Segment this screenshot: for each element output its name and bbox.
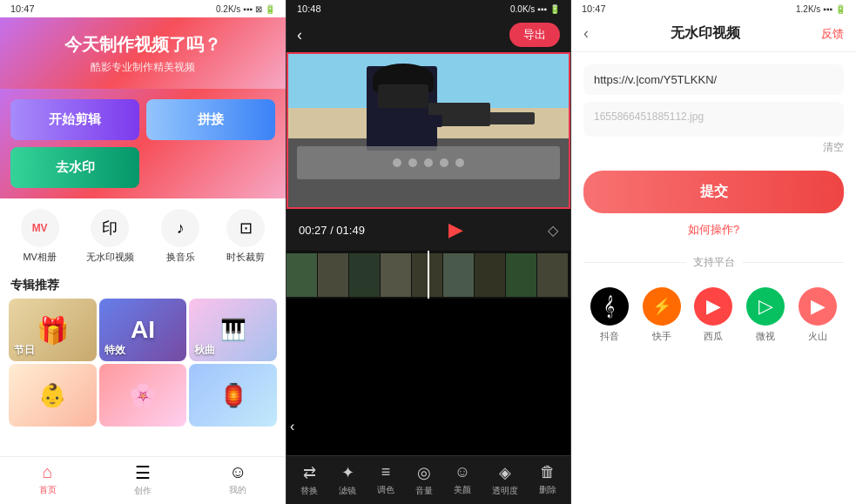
signal-icon-2: ▪▪▪ [537, 4, 547, 14]
toolbar-volume[interactable]: ◎ 音量 [415, 463, 433, 497]
panel-home: 10:47 0.2K/s ▪▪▪ ⊠ 🔋 今天制作视频了吗？ 酷影专业制作精美视… [0, 0, 286, 504]
network-speed-1: 0.2K/s [216, 4, 240, 14]
timeline-thumb [286, 253, 317, 297]
panel-editor: 10:48 0.0K/s ▪▪▪ 🔋 ‹ 导出 [286, 0, 571, 504]
opacity-label: 透明度 [492, 485, 518, 497]
grid-item-lamp[interactable]: 🏮 [189, 364, 277, 427]
status-icons-1: 0.2K/s ▪▪▪ ⊠ 🔋 [216, 4, 275, 14]
feedback-link[interactable]: 反馈 [821, 26, 844, 42]
export-button[interactable]: 导出 [509, 23, 560, 47]
mv-icon: MV [21, 209, 59, 247]
video-timeline[interactable] [286, 251, 570, 299]
kuaishou-icon: ⚡ [643, 287, 681, 326]
splice-button[interactable]: 拼接 [146, 99, 275, 140]
timeline-thumb [443, 253, 474, 297]
play-button[interactable]: ▶ [442, 216, 470, 244]
timeline-thumb [475, 253, 505, 297]
grid-item-holiday[interactable]: 🎁 节日 [9, 299, 97, 361]
beauty-icon: ☺ [455, 463, 470, 481]
huoshan-icon: ▶ [799, 287, 837, 326]
grid-label-autumn: 秋曲 [194, 343, 215, 358]
black-area [286, 299, 570, 455]
back-button-3[interactable]: ‹ [583, 24, 589, 43]
replace-label: 替换 [300, 485, 318, 497]
douyin-label: 抖音 [600, 330, 619, 343]
platform-douyin[interactable]: 𝄞 抖音 [590, 287, 629, 343]
grid-item-flower[interactable]: 🌸 [99, 364, 187, 427]
create-icon: ☰ [135, 462, 151, 483]
nav-create-label: 创作 [134, 485, 152, 497]
editor-toolbar: ⇄ 替换 ✦ 滤镜 ≡ 调色 ◎ 音量 ☺ 美颜 ◈ 透明度 🗑 删除 [286, 455, 570, 504]
wifi-icon-1: ⊠ [255, 4, 262, 14]
battery-icon-2: 🔋 [549, 4, 560, 14]
quick-icon-music[interactable]: ♪ 换音乐 [161, 209, 199, 264]
opacity-icon: ◈ [499, 463, 511, 482]
divider-text: 支持平台 [693, 255, 735, 270]
toolbar-beauty[interactable]: ☺ 美颜 [454, 463, 471, 497]
playback-controls: 00:27 / 01:49 ▶ ◇ [286, 209, 570, 251]
timeline-thumb [381, 253, 411, 297]
status-time-3: 10:47 [582, 3, 606, 14]
how-to-link[interactable]: 如何操作? [571, 222, 856, 238]
kuaishou-label: 快手 [652, 330, 671, 343]
status-icons-2: 0.0K/s ▪▪▪ 🔋 [510, 4, 560, 14]
timeline-thumb [506, 253, 536, 297]
toolbar-color[interactable]: ≡ 调色 [377, 463, 394, 497]
status-bar-1: 10:47 0.2K/s ▪▪▪ ⊠ 🔋 [0, 0, 286, 17]
clear-button[interactable]: 清空 [583, 140, 844, 155]
timeline-thumb [537, 253, 568, 297]
filename-input[interactable]: 1655866451885112.jpg [583, 102, 844, 137]
toolbar-delete[interactable]: 🗑 删除 [539, 463, 556, 497]
divider-line-right [742, 262, 845, 263]
network-speed-2: 0.0K/s [510, 4, 535, 14]
nav-profile[interactable]: ☺ 我的 [191, 462, 286, 497]
toolbar-filter[interactable]: ✦ 滤镜 [339, 463, 356, 497]
weishi-label: 微视 [756, 330, 775, 343]
submit-button[interactable]: 提交 [583, 171, 844, 213]
quick-icon-mv[interactable]: MV MV相册 [21, 209, 59, 264]
delete-label: 删除 [539, 484, 556, 496]
editor-header: ‹ 导出 [286, 17, 570, 52]
grid-label-holiday: 节日 [14, 343, 35, 358]
grid-item-baby[interactable]: 👶 [9, 364, 97, 427]
watermark-header: ‹ 无水印视频 反馈 [571, 17, 856, 52]
grid-item-special[interactable]: AI 特效 [99, 299, 187, 361]
nav-home[interactable]: ⌂ 首页 [0, 462, 95, 497]
platform-kuaishou[interactable]: ⚡ 快手 [643, 287, 681, 343]
replace-icon: ⇄ [303, 463, 316, 482]
grid-item-autumn[interactable]: 🎹 秋曲 [189, 299, 277, 361]
watermark-title: 无水印视频 [671, 24, 740, 43]
platform-huoshan[interactable]: ▶ 火山 [799, 287, 837, 343]
platform-list: 𝄞 抖音 ⚡ 快手 ▶ 西瓜 ▷ 微视 ▶ 火山 [571, 279, 856, 352]
network-speed-3: 1.2K/s [796, 4, 820, 14]
watermark-icon: 印 [91, 209, 129, 247]
video-preview [286, 52, 570, 209]
diamond-icon: ◇ [548, 222, 558, 239]
color-icon: ≡ [381, 463, 391, 481]
quick-icon-crop[interactable]: ⊡ 时长裁剪 [226, 209, 265, 264]
beauty-label: 美颜 [454, 484, 471, 496]
hero-title: 今天制作视频了吗？ [14, 33, 272, 57]
watermark-button[interactable]: 去水印 [10, 147, 139, 188]
xigua-icon: ▶ [694, 287, 732, 326]
color-label: 调色 [377, 484, 394, 496]
signal-icon-3: ▪▪▪ [823, 4, 832, 14]
delete-icon: 🗑 [540, 463, 556, 481]
nav-create[interactable]: ☰ 创作 [95, 462, 190, 497]
platform-xigua[interactable]: ▶ 西瓜 [694, 287, 732, 343]
back-button-2[interactable]: ‹ [297, 26, 302, 44]
toolbar-replace[interactable]: ⇄ 替换 [300, 463, 318, 497]
filter-icon: ✦ [341, 463, 354, 482]
signal-icon-1: ▪▪▪ [243, 4, 253, 14]
timeline-thumb [349, 253, 380, 297]
volume-icon: ◎ [417, 463, 431, 482]
status-bar-2: 10:48 0.0K/s ▪▪▪ 🔋 [286, 0, 570, 17]
divider-line-left [583, 262, 686, 263]
quick-icon-watermark[interactable]: 印 无水印视频 [86, 209, 134, 264]
left-arrow-icon[interactable]: ‹ [290, 419, 294, 434]
home-icon: ⌂ [43, 462, 53, 482]
start-edit-button[interactable]: 开始剪辑 [10, 99, 139, 140]
time-display: 00:27 / 01:49 [299, 224, 365, 237]
platform-weishi[interactable]: ▷ 微视 [746, 287, 785, 343]
toolbar-opacity[interactable]: ◈ 透明度 [492, 463, 518, 497]
